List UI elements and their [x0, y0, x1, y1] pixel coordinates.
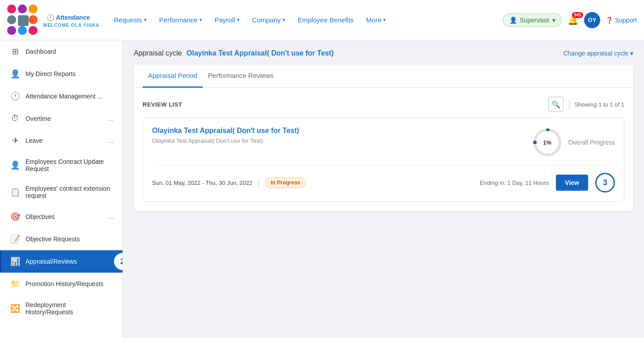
tab-performance-reviews[interactable]: Performance Reviews: [203, 64, 279, 88]
nav-payroll-chevron: ▾: [237, 17, 240, 23]
main-content: Appraisal cycle Olayinka Test Appraisal(…: [123, 40, 644, 338]
sidebar-label-objectives: Objectives: [25, 213, 55, 220]
logo-dot-2: [18, 4, 27, 13]
change-cycle-chevron: ▾: [630, 50, 633, 57]
step-circle-3: 3: [595, 173, 615, 193]
nav-company-chevron: ▾: [283, 17, 285, 23]
nav-performance[interactable]: Performance ▾: [154, 13, 208, 27]
sidebar-label-leave: Leave: [25, 137, 42, 144]
sidebar-item-employees-contract-update[interactable]: 👤Employees Contract Update Request: [0, 152, 123, 179]
tab-appraisal-period[interactable]: Appraisal Period: [143, 64, 203, 88]
sidebar-icon-leave: ✈: [10, 136, 20, 145]
showing-text: Showing 1 to 1 of 1: [575, 101, 624, 108]
notification-badge: 945: [572, 12, 583, 18]
review-list-title: REVIEW LIST: [143, 101, 182, 108]
sidebar-item-promotion-history[interactable]: 📁Promotion History/Requests: [0, 273, 123, 295]
nav-more-label: More: [366, 16, 381, 24]
logo-grid: [7, 4, 38, 36]
sidebar-label-employees-contract-update: Employees Contract Update Request: [25, 158, 114, 172]
sidebar-icon-employees-contract-update: 👤: [10, 160, 20, 170]
welcome-text: WELCOME OLA YINKA: [43, 23, 99, 28]
supervisor-chevron: ▾: [552, 17, 555, 24]
nav-company[interactable]: Company ▾: [247, 13, 291, 27]
logo-dot-8: [18, 26, 27, 35]
search-icon: 🔍: [551, 100, 560, 109]
logo-dot-1: [7, 4, 16, 13]
status-badge: In Progress: [265, 177, 306, 188]
review-list-search-button[interactable]: 🔍: [548, 97, 564, 112]
avatar[interactable]: OY: [584, 12, 600, 28]
review-item-info: Olayinka Test Appraisal( Don't use for T…: [152, 127, 299, 144]
sidebar-label-appraisal-reviews: Appraisal/Reviews: [25, 258, 77, 265]
nav-more[interactable]: More ▾: [361, 13, 391, 27]
step-circle-sidebar-appraisal-reviews: 2: [113, 252, 123, 271]
nav-performance-chevron: ▾: [199, 17, 202, 23]
header-divider: [569, 100, 569, 109]
nav-company-label: Company: [252, 16, 281, 24]
logo-dot-7: [7, 26, 16, 35]
nav-links: Requests ▾ Performance ▾ Payroll ▾ Compa…: [108, 13, 503, 27]
notification-button[interactable]: 🔔 945: [568, 15, 579, 26]
nav-performance-label: Performance: [159, 16, 198, 24]
bottom-separator: |: [258, 179, 259, 187]
supervisor-icon: 👤: [509, 17, 517, 24]
appraisal-cycle-label: Appraisal cycle: [134, 49, 182, 57]
view-button[interactable]: View: [556, 175, 588, 191]
supervisor-label: Supervisor: [520, 17, 550, 24]
supervisor-button[interactable]: 👤 Supervisor ▾: [503, 13, 562, 27]
sidebar-dots-leave: ...: [108, 137, 114, 145]
sidebar-icon-objective-requests: 📝: [10, 234, 20, 244]
tab-appraisal-period-label: Appraisal Period: [148, 72, 197, 79]
logo-dot-5: [18, 15, 29, 26]
overall-progress-label: Overall Progress: [568, 139, 615, 146]
support-link[interactable]: ❓ Support: [606, 17, 637, 24]
tabs-row: Appraisal Period Performance Reviews: [134, 64, 633, 88]
sidebar-icon-dashboard: ⊞: [10, 47, 20, 56]
logo-dot-6: [29, 15, 38, 24]
svg-point-2: [533, 141, 537, 144]
sidebar-item-appraisal-reviews[interactable]: 📊Appraisal/Reviews2: [0, 250, 123, 273]
sidebar-item-my-direct-reports[interactable]: 👤My Direct Reports: [0, 63, 123, 85]
sidebar-label-objective-requests: Objective Requests: [25, 235, 80, 243]
top-navigation: 🕐 Attendance WELCOME OLA YINKA Requests …: [0, 0, 644, 40]
sidebar-icon-attendance-management: 🕐: [10, 91, 20, 101]
nav-requests[interactable]: Requests ▾: [108, 13, 152, 27]
logo-dot-9: [29, 26, 38, 35]
sidebar-item-leave[interactable]: ✈Leave...: [0, 129, 123, 152]
appraisal-cycle-info: Appraisal cycle Olayinka Test Appraisal(…: [134, 49, 334, 57]
appraisal-header: Appraisal cycle Olayinka Test Appraisal(…: [134, 49, 633, 57]
sidebar-item-objective-requests[interactable]: 📝Objective Requests: [0, 228, 123, 250]
review-item-subtitle: Olayinka Test Appraisal( Don't use for T…: [152, 137, 299, 144]
sidebar-item-overtime[interactable]: ⏱Overtime...: [0, 107, 123, 129]
sidebar-label-dashboard: Dashboard: [25, 48, 56, 55]
sidebar-label-redeployment-history: Redeployment History/Requests: [25, 301, 114, 316]
logo-dot-3: [29, 4, 38, 13]
review-dates: Sun, 01 May, 2022 - Thu, 30 Jun, 2022: [152, 180, 252, 186]
nav-payroll[interactable]: Payroll ▾: [209, 13, 245, 27]
sidebar-icon-redeployment-history: 🔀: [10, 304, 20, 313]
sidebar-label-employees-contract-extension: Employees' contract extension request: [25, 185, 114, 199]
review-item-top: Olayinka Test Appraisal( Don't use for T…: [152, 127, 615, 158]
sidebar-item-employees-contract-extension[interactable]: 📋Employees' contract extension request: [0, 179, 123, 205]
logo-text: 🕐 Attendance WELCOME OLA YINKA: [43, 12, 99, 28]
sidebar-item-redeployment-history[interactable]: 🔀Redeployment History/Requests: [0, 295, 123, 322]
support-label: Support: [615, 17, 637, 24]
main-layout: ⊞Dashboard👤My Direct Reports🕐Attendance …: [0, 40, 644, 338]
review-item-bottom-right: Ending in: 1 Day, 11 Hours View 3: [480, 173, 615, 193]
attendance-nav[interactable]: 🕐 Attendance: [43, 12, 99, 23]
review-list-header: REVIEW LIST 🔍 Showing 1 to 1 of 1: [134, 88, 633, 117]
progress-percent: 1%: [543, 139, 551, 146]
nav-right: 👤 Supervisor ▾ 🔔 945 OY ❓ Support: [503, 12, 637, 28]
sidebar-item-attendance-management[interactable]: 🕐Attendance Management ...: [0, 85, 123, 107]
change-appraisal-cycle-button[interactable]: Change appraisal cycle ▾: [563, 50, 633, 57]
review-item-progress: 1% Overall Progress: [532, 127, 615, 158]
sidebar-item-dashboard[interactable]: ⊞Dashboard: [0, 40, 123, 63]
review-item: Olayinka Test Appraisal( Don't use for T…: [143, 117, 624, 202]
sidebar-icon-objectives: 🎯: [10, 212, 20, 222]
nav-employee-benefits[interactable]: Employee Benefits: [292, 13, 359, 27]
attendance-label: Attendance: [56, 14, 90, 21]
nav-requests-label: Requests: [114, 16, 142, 24]
nav-requests-chevron: ▾: [144, 17, 147, 23]
sidebar-label-my-direct-reports: My Direct Reports: [25, 70, 76, 77]
sidebar-item-objectives[interactable]: 🎯Objectives...: [0, 205, 123, 228]
